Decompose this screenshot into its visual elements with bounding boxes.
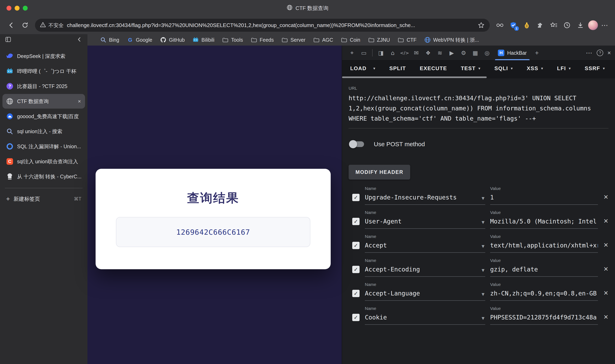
sidebar-tab-active[interactable]: CTF 数据查询× bbox=[2, 94, 85, 109]
sidebar-tab[interactable]: gooood_免费高速下载|百度 bbox=[2, 109, 85, 124]
hackbar-menu-test[interactable]: TEST▾ bbox=[461, 65, 481, 72]
header-value-input[interactable]: ValueMozilla/5.0 (Macintosh; Intel bbox=[490, 210, 598, 229]
application-icon[interactable]: ▦ bbox=[469, 46, 481, 60]
memory-icon[interactable]: ◎ bbox=[481, 46, 493, 60]
hackbar-menu-load[interactable]: LOAD bbox=[350, 65, 366, 72]
remove-header-button[interactable]: × bbox=[603, 265, 608, 272]
zoom-window-button[interactable] bbox=[23, 6, 28, 11]
remove-header-button[interactable]: × bbox=[603, 193, 608, 200]
hackbar-menu-sqli[interactable]: SQLI▾ bbox=[494, 65, 513, 72]
extensions-puzzle-icon[interactable] bbox=[535, 20, 545, 30]
header-enabled-checkbox[interactable]: ✓ bbox=[352, 194, 360, 201]
payload-textarea[interactable]: http://challenge.ilovectf.cn:30434/flag.… bbox=[349, 93, 608, 129]
bookmark-item[interactable]: WebVPN 转换 | 浙... bbox=[424, 37, 479, 43]
hackbar-menu-execute[interactable]: EXECUTE bbox=[420, 65, 447, 72]
bookmark-item[interactable]: CTF bbox=[398, 37, 417, 43]
url-text[interactable]: challenge.ilovectf.cn:30434/flag.php?id=… bbox=[67, 22, 474, 28]
header-name-select[interactable]: NameUser-Agent▼ bbox=[365, 210, 485, 229]
vertical-tabs-icon[interactable] bbox=[5, 36, 11, 44]
header-value-input[interactable]: Valuetext/html,application/xhtml+xr bbox=[490, 234, 598, 253]
sidebar-tab[interactable]: DeepSeek | 深度求索 bbox=[2, 49, 85, 64]
header-enabled-checkbox[interactable]: ✓ bbox=[352, 266, 360, 273]
console-icon[interactable]: ✉ bbox=[410, 46, 422, 60]
bookmark-item[interactable]: Feeds bbox=[251, 37, 274, 43]
menu-label: SQLI bbox=[494, 65, 508, 72]
remove-header-button[interactable]: × bbox=[603, 289, 608, 296]
bookmark-item[interactable]: Server bbox=[281, 37, 305, 43]
sidebar-tab[interactable]: sql union注入 - 搜索 bbox=[2, 124, 85, 139]
chevron-down-icon: ▾ bbox=[541, 66, 543, 71]
add-devtools-tab-button[interactable]: + bbox=[532, 49, 542, 57]
header-value-input[interactable]: Valuezh-CN,zh;q=0.9,en;q=0.8,en-GB bbox=[490, 282, 598, 301]
home-icon[interactable]: ⌂ bbox=[387, 46, 399, 60]
security-indicator[interactable]: 不安全 bbox=[40, 22, 64, 29]
bookmark-item[interactable]: AGC bbox=[313, 37, 333, 43]
settings-icon[interactable]: ⚙ bbox=[458, 46, 469, 60]
hackbar-menu-ssrf[interactable]: SSRF▾ bbox=[585, 65, 605, 72]
hackbar-menu-scrollbar[interactable] bbox=[342, 77, 487, 78]
bookmark-item[interactable]: Coin bbox=[341, 37, 360, 43]
bookmark-item[interactable]: GitHub bbox=[160, 37, 185, 43]
debugger-icon[interactable]: ❖ bbox=[422, 46, 434, 60]
network-conditions-icon[interactable]: ≋ bbox=[434, 46, 446, 60]
header-value-input[interactable]: ValuePHPSESSID=212875fd4f9d713c48a bbox=[490, 306, 598, 325]
header-name-select[interactable]: NameAccept▼ bbox=[365, 234, 485, 253]
sidebar-tab[interactable]: SQL 注入漏洞详解 - Union... bbox=[2, 139, 85, 154]
minimize-window-button[interactable] bbox=[15, 6, 20, 11]
hackbar-menu-lfi[interactable]: LFI▾ bbox=[557, 65, 571, 72]
dock-side-icon[interactable]: ◨ bbox=[375, 46, 387, 60]
header-enabled-checkbox[interactable]: ✓ bbox=[352, 242, 360, 249]
address-bar[interactable]: 不安全 challenge.ilovectf.cn:30434/flag.php… bbox=[35, 19, 490, 32]
header-enabled-checkbox[interactable]: ✓ bbox=[352, 290, 360, 297]
bookmark-item[interactable]: Bing bbox=[100, 37, 119, 43]
close-tab-icon[interactable]: × bbox=[78, 98, 81, 104]
back-button[interactable] bbox=[5, 20, 16, 31]
modify-header-button[interactable]: MODIFY HEADER bbox=[349, 165, 410, 180]
browser-menu-button[interactable]: ⋯ bbox=[600, 21, 609, 29]
history-icon[interactable] bbox=[562, 20, 572, 30]
hackbar-menu-split[interactable]: SPLIT bbox=[389, 65, 406, 72]
close-window-button[interactable] bbox=[7, 6, 11, 11]
sidebar-tab[interactable]: 哔哩哔哩 (゜-゜)つロ 干杯 bbox=[2, 64, 85, 78]
devtools-help-button[interactable]: ? bbox=[597, 50, 603, 56]
device-toolbar-icon[interactable]: ▭ bbox=[358, 46, 370, 60]
performance-icon[interactable]: ▶ bbox=[446, 46, 458, 60]
bookmark-item[interactable]: Bilibili bbox=[192, 37, 214, 43]
header-enabled-checkbox[interactable]: ✓ bbox=[352, 314, 360, 321]
inspect-icon[interactable]: ⌖ bbox=[346, 46, 358, 60]
devtools-close-button[interactable]: × bbox=[607, 49, 611, 56]
bookmark-item[interactable]: Tools bbox=[222, 37, 243, 43]
header-value-input[interactable]: Valuegzip, deflate bbox=[490, 258, 598, 277]
bilibili-icon bbox=[6, 67, 13, 75]
header-name-select[interactable]: NameCookie▼ bbox=[365, 306, 485, 325]
header-name-select[interactable]: NameAccept-Language▼ bbox=[365, 282, 485, 301]
adblock-shield-icon[interactable]: 1 bbox=[508, 20, 519, 30]
reload-button[interactable] bbox=[19, 20, 30, 31]
header-value-input[interactable]: Value1 bbox=[490, 186, 598, 205]
post-method-toggle[interactable] bbox=[350, 141, 364, 147]
sidebar-tab[interactable]: 从 十六进制 转换 - CyberC... bbox=[2, 169, 85, 184]
devtools-more-button[interactable]: ⋯ bbox=[586, 49, 593, 57]
collapse-sidebar-icon[interactable] bbox=[76, 36, 83, 44]
remove-header-button[interactable]: × bbox=[603, 241, 608, 248]
bee-extension-icon[interactable] bbox=[522, 20, 532, 30]
favorite-star-icon[interactable] bbox=[478, 22, 485, 29]
bookmark-item[interactable]: ZJNU bbox=[368, 37, 390, 43]
new-tab-button[interactable]: + 新建标签页 ⌘T bbox=[0, 192, 87, 206]
remove-header-button[interactable]: × bbox=[603, 313, 608, 320]
favorites-icon[interactable] bbox=[548, 20, 559, 30]
sources-icon[interactable]: </> bbox=[399, 46, 410, 60]
sidebar-tab[interactable]: ?比赛题目 - ?CTF 2025 bbox=[2, 79, 85, 93]
hackbar-menu-load-dropdown[interactable]: ▾ bbox=[371, 66, 375, 71]
tab-hackbar[interactable]: H HackBar bbox=[493, 46, 532, 60]
header-name-select[interactable]: NameAccept-Encoding▼ bbox=[365, 258, 485, 277]
bookmark-item[interactable]: GGoogle bbox=[127, 37, 152, 43]
profile-avatar[interactable] bbox=[588, 20, 598, 30]
hackbar-menu-xss[interactable]: XSS▾ bbox=[527, 65, 543, 72]
sidebar-tab[interactable]: Csql注入 union联合查询注入 bbox=[2, 154, 85, 169]
remove-header-button[interactable]: × bbox=[603, 217, 608, 224]
header-enabled-checkbox[interactable]: ✓ bbox=[352, 218, 360, 225]
glasses-extension-icon[interactable] bbox=[495, 20, 505, 30]
header-name-select[interactable]: NameUpgrade-Insecure-Requests▼ bbox=[365, 186, 485, 205]
downloads-icon[interactable] bbox=[575, 20, 586, 30]
